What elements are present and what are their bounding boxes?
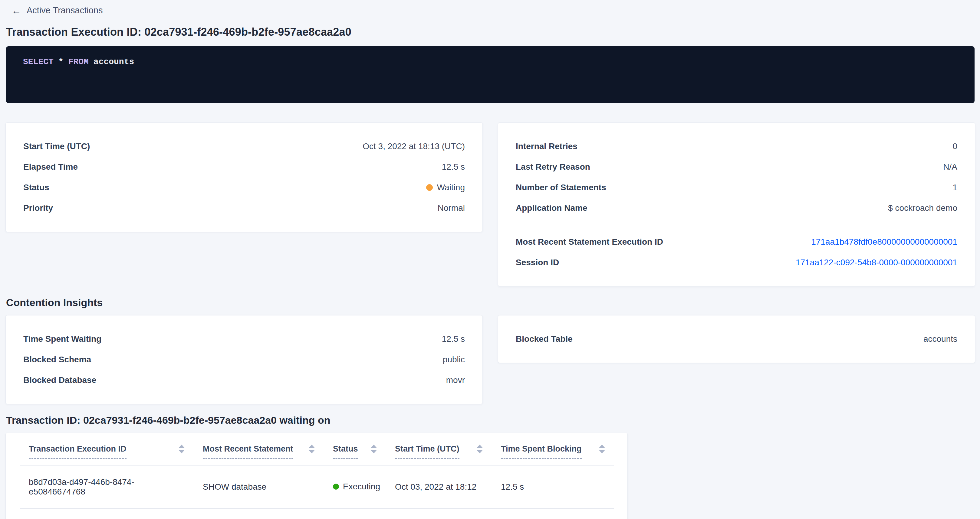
blocked-table-value: accounts [923, 334, 957, 344]
status-text: Executing [343, 482, 380, 492]
application-name-value: $ cockroach demo [888, 203, 957, 213]
last-retry-reason-value: N/A [943, 162, 957, 172]
sort-icon[interactable] [371, 444, 377, 453]
sort-up-arrow-icon [477, 444, 483, 448]
status-value: Waiting [426, 183, 465, 192]
blocked-table-label: Blocked Table [516, 334, 573, 344]
sort-down-arrow-icon [309, 450, 315, 453]
application-name-label: Application Name [516, 203, 587, 213]
sort-down-arrow-icon [371, 450, 377, 453]
session-id-link[interactable]: 171aa122-c092-54b8-0000-000000000001 [796, 258, 957, 267]
start-time-row: Start Time (UTC) Oct 3, 2022 at 18:13 (U… [23, 136, 465, 157]
sort-down-arrow-icon [599, 450, 605, 453]
internal-retries-value: 0 [953, 141, 957, 151]
status-waiting-dot-icon [426, 184, 433, 191]
elapsed-time-label: Elapsed Time [23, 162, 78, 172]
last-retry-reason-row: Last Retry Reason N/A [516, 157, 957, 177]
sql-keyword-select: SELECT [23, 57, 54, 67]
column-header-time-spent-blocking[interactable]: Time Spent Blocking [492, 433, 614, 465]
elapsed-time-row: Elapsed Time 12.5 s [23, 157, 465, 177]
priority-value: Normal [438, 203, 465, 213]
back-arrow-icon: ← [11, 6, 21, 16]
cell-transaction-execution-id: b8d7d03a-d497-446b-8474-e50846674768 [20, 465, 194, 509]
table-row: b8d7d03a-d497-446b-8474-e50846674768 SHO… [20, 465, 614, 509]
column-header-most-recent-statement[interactable]: Most Recent Statement [194, 433, 324, 465]
transaction-details-page: ← Active Transactions Transaction Execut… [0, 0, 980, 519]
statement-count-value: 1 [953, 183, 957, 192]
sql-keyword-from: FROM [68, 57, 89, 67]
column-header-transaction-execution-id[interactable]: Transaction Execution ID [20, 433, 194, 465]
sort-up-arrow-icon [599, 444, 605, 448]
start-time-label: Start Time (UTC) [23, 141, 90, 151]
cell-most-recent-statement: SHOW database [194, 465, 324, 509]
time-spent-waiting-label: Time Spent Waiting [23, 334, 102, 344]
blocked-schema-label: Blocked Schema [23, 355, 91, 365]
priority-label: Priority [23, 203, 53, 213]
column-header-label[interactable]: Time Spent Blocking [501, 444, 582, 459]
contention-right-card: Blocked Table accounts [498, 315, 975, 363]
sort-down-arrow-icon [178, 450, 185, 453]
page-title: Transaction Execution ID: 02ca7931-f246-… [6, 26, 975, 38]
cell-status: Executing [324, 465, 386, 509]
overview-right-card: Internal Retries 0 Last Retry Reason N/A… [498, 122, 975, 286]
overview-left-card: Start Time (UTC) Oct 3, 2022 at 18:13 (U… [5, 122, 483, 232]
sort-up-arrow-icon [371, 444, 377, 448]
sort-icon[interactable] [599, 444, 605, 453]
time-spent-waiting-row: Time Spent Waiting 12.5 s [23, 329, 465, 349]
blocked-schema-row: Blocked Schema public [23, 349, 465, 370]
waiting-transactions-card: Transaction Execution ID Most Recent Sta… [5, 433, 628, 519]
internal-retries-row: Internal Retries 0 [516, 136, 957, 157]
blocked-database-label: Blocked Database [23, 375, 96, 385]
waiting-transactions-table: Transaction Execution ID Most Recent Sta… [20, 433, 614, 509]
statement-execution-id-row: Most Recent Statement Execution ID 171aa… [516, 232, 957, 252]
sort-up-arrow-icon [309, 444, 315, 448]
sql-star: * [59, 57, 64, 67]
sort-icon[interactable] [309, 444, 315, 453]
column-header-label[interactable]: Most Recent Statement [203, 444, 293, 459]
status-row: Status Waiting [23, 177, 465, 198]
session-id-row: Session ID 171aa122-c092-54b8-0000-00000… [516, 252, 957, 273]
statement-count-row: Number of Statements 1 [516, 177, 957, 198]
application-name-row: Application Name $ cockroach demo [516, 198, 957, 218]
table-header-row: Transaction Execution ID Most Recent Sta… [20, 433, 614, 465]
elapsed-time-value: 12.5 s [442, 162, 465, 172]
blocked-schema-value: public [443, 355, 465, 365]
blocked-database-row: Blocked Database movr [23, 370, 465, 390]
waiting-on-heading: Transaction ID: 02ca7931-f246-469b-b2fe-… [6, 414, 975, 426]
blocked-table-row: Blocked Table accounts [516, 329, 957, 349]
status-label: Status [23, 183, 49, 192]
back-link[interactable]: ← Active Transactions [11, 5, 103, 16]
status-executing-dot-icon [333, 484, 339, 490]
internal-retries-label: Internal Retries [516, 141, 578, 151]
contention-cards-row: Time Spent Waiting 12.5 s Blocked Schema… [5, 315, 975, 404]
time-spent-waiting-value: 12.5 s [442, 334, 465, 344]
sort-up-arrow-icon [178, 444, 185, 448]
statement-execution-id-label: Most Recent Statement Execution ID [516, 237, 663, 247]
cell-time-spent-blocking: 12.5 s [492, 465, 614, 509]
column-header-label[interactable]: Start Time (UTC) [395, 444, 460, 459]
sort-icon[interactable] [178, 444, 185, 453]
contention-left-card: Time Spent Waiting 12.5 s Blocked Schema… [5, 315, 483, 404]
cell-start-time: Oct 03, 2022 at 18:12 [386, 465, 492, 509]
card-divider [516, 225, 957, 225]
sort-icon[interactable] [477, 444, 483, 453]
last-retry-reason-label: Last Retry Reason [516, 162, 590, 172]
overview-cards-row: Start Time (UTC) Oct 3, 2022 at 18:13 (U… [5, 122, 975, 286]
statement-count-label: Number of Statements [516, 183, 606, 192]
sql-table-name: accounts [94, 57, 134, 67]
back-link-label: Active Transactions [27, 5, 103, 16]
session-id-label: Session ID [516, 258, 559, 267]
blocked-database-value: movr [446, 375, 465, 385]
statement-execution-id-link[interactable]: 171aa1b478fdf0e80000000000000001 [811, 237, 957, 247]
column-header-label[interactable]: Status [333, 444, 358, 459]
contention-insights-heading: Contention Insights [6, 297, 975, 308]
start-time-value: Oct 3, 2022 at 18:13 (UTC) [363, 141, 465, 151]
column-header-start-time[interactable]: Start Time (UTC) [386, 433, 492, 465]
priority-row: Priority Normal [23, 198, 465, 218]
column-header-status[interactable]: Status [324, 433, 386, 465]
column-header-label[interactable]: Transaction Execution ID [29, 444, 127, 459]
sort-down-arrow-icon [477, 450, 483, 453]
status-text: Waiting [437, 183, 465, 192]
sql-statement-box: SELECT * FROM accounts [6, 46, 975, 103]
